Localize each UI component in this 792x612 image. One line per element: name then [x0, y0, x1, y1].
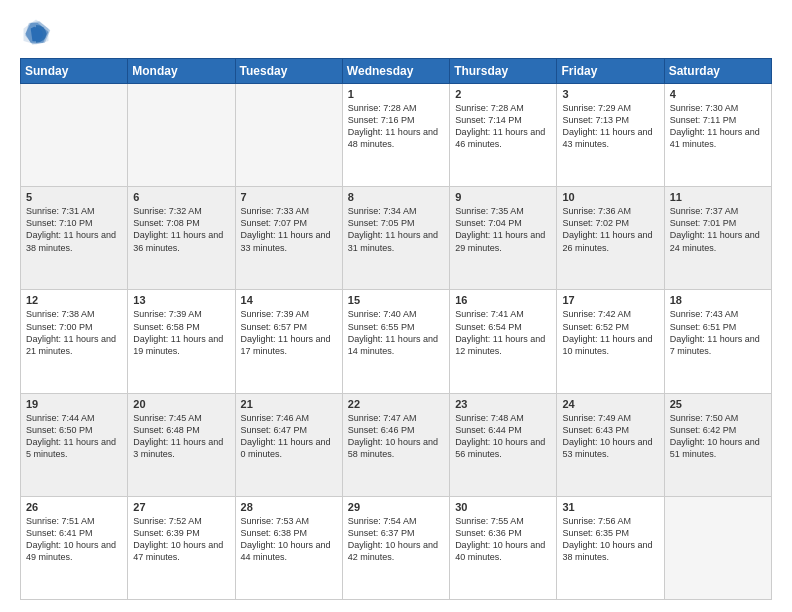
cell-content: Sunrise: 7:53 AMSunset: 6:38 PMDaylight:… [241, 515, 337, 564]
cell-content: Sunrise: 7:51 AMSunset: 6:41 PMDaylight:… [26, 515, 122, 564]
day-number: 10 [562, 191, 658, 203]
cell-content: Sunrise: 7:29 AMSunset: 7:13 PMDaylight:… [562, 102, 658, 151]
day-number: 11 [670, 191, 766, 203]
calendar-cell: 6Sunrise: 7:32 AMSunset: 7:08 PMDaylight… [128, 187, 235, 290]
calendar-cell: 27Sunrise: 7:52 AMSunset: 6:39 PMDayligh… [128, 496, 235, 599]
page: SundayMondayTuesdayWednesdayThursdayFrid… [0, 0, 792, 612]
day-number: 9 [455, 191, 551, 203]
calendar-header-row: SundayMondayTuesdayWednesdayThursdayFrid… [21, 59, 772, 84]
day-number: 21 [241, 398, 337, 410]
cell-content: Sunrise: 7:34 AMSunset: 7:05 PMDaylight:… [348, 205, 444, 254]
day-number: 19 [26, 398, 122, 410]
calendar-cell: 23Sunrise: 7:48 AMSunset: 6:44 PMDayligh… [450, 393, 557, 496]
calendar-cell: 1Sunrise: 7:28 AMSunset: 7:16 PMDaylight… [342, 84, 449, 187]
day-number: 16 [455, 294, 551, 306]
cell-content: Sunrise: 7:28 AMSunset: 7:16 PMDaylight:… [348, 102, 444, 151]
calendar-cell: 31Sunrise: 7:56 AMSunset: 6:35 PMDayligh… [557, 496, 664, 599]
calendar-cell: 22Sunrise: 7:47 AMSunset: 6:46 PMDayligh… [342, 393, 449, 496]
calendar-cell: 8Sunrise: 7:34 AMSunset: 7:05 PMDaylight… [342, 187, 449, 290]
day-number: 13 [133, 294, 229, 306]
cell-content: Sunrise: 7:28 AMSunset: 7:14 PMDaylight:… [455, 102, 551, 151]
calendar-cell: 2Sunrise: 7:28 AMSunset: 7:14 PMDaylight… [450, 84, 557, 187]
calendar-cell: 12Sunrise: 7:38 AMSunset: 7:00 PMDayligh… [21, 290, 128, 393]
cell-content: Sunrise: 7:48 AMSunset: 6:44 PMDaylight:… [455, 412, 551, 461]
calendar-cell: 11Sunrise: 7:37 AMSunset: 7:01 PMDayligh… [664, 187, 771, 290]
cell-content: Sunrise: 7:43 AMSunset: 6:51 PMDaylight:… [670, 308, 766, 357]
calendar-cell [128, 84, 235, 187]
calendar-cell: 21Sunrise: 7:46 AMSunset: 6:47 PMDayligh… [235, 393, 342, 496]
cell-content: Sunrise: 7:46 AMSunset: 6:47 PMDaylight:… [241, 412, 337, 461]
calendar-cell: 19Sunrise: 7:44 AMSunset: 6:50 PMDayligh… [21, 393, 128, 496]
cell-content: Sunrise: 7:49 AMSunset: 6:43 PMDaylight:… [562, 412, 658, 461]
day-number: 23 [455, 398, 551, 410]
cell-content: Sunrise: 7:52 AMSunset: 6:39 PMDaylight:… [133, 515, 229, 564]
day-header-friday: Friday [557, 59, 664, 84]
day-number: 26 [26, 501, 122, 513]
day-number: 20 [133, 398, 229, 410]
calendar-week-row: 12Sunrise: 7:38 AMSunset: 7:00 PMDayligh… [21, 290, 772, 393]
calendar-week-row: 26Sunrise: 7:51 AMSunset: 6:41 PMDayligh… [21, 496, 772, 599]
calendar-cell: 7Sunrise: 7:33 AMSunset: 7:07 PMDaylight… [235, 187, 342, 290]
day-number: 18 [670, 294, 766, 306]
calendar-cell: 5Sunrise: 7:31 AMSunset: 7:10 PMDaylight… [21, 187, 128, 290]
cell-content: Sunrise: 7:50 AMSunset: 6:42 PMDaylight:… [670, 412, 766, 461]
cell-content: Sunrise: 7:47 AMSunset: 6:46 PMDaylight:… [348, 412, 444, 461]
day-number: 8 [348, 191, 444, 203]
day-header-thursday: Thursday [450, 59, 557, 84]
day-number: 3 [562, 88, 658, 100]
day-number: 17 [562, 294, 658, 306]
day-number: 7 [241, 191, 337, 203]
cell-content: Sunrise: 7:40 AMSunset: 6:55 PMDaylight:… [348, 308, 444, 357]
calendar-cell: 14Sunrise: 7:39 AMSunset: 6:57 PMDayligh… [235, 290, 342, 393]
cell-content: Sunrise: 7:54 AMSunset: 6:37 PMDaylight:… [348, 515, 444, 564]
calendar-cell: 15Sunrise: 7:40 AMSunset: 6:55 PMDayligh… [342, 290, 449, 393]
calendar-table: SundayMondayTuesdayWednesdayThursdayFrid… [20, 58, 772, 600]
calendar-cell: 17Sunrise: 7:42 AMSunset: 6:52 PMDayligh… [557, 290, 664, 393]
cell-content: Sunrise: 7:33 AMSunset: 7:07 PMDaylight:… [241, 205, 337, 254]
day-number: 2 [455, 88, 551, 100]
cell-content: Sunrise: 7:39 AMSunset: 6:57 PMDaylight:… [241, 308, 337, 357]
day-number: 1 [348, 88, 444, 100]
calendar-cell [664, 496, 771, 599]
calendar-cell: 10Sunrise: 7:36 AMSunset: 7:02 PMDayligh… [557, 187, 664, 290]
cell-content: Sunrise: 7:37 AMSunset: 7:01 PMDaylight:… [670, 205, 766, 254]
calendar-cell: 24Sunrise: 7:49 AMSunset: 6:43 PMDayligh… [557, 393, 664, 496]
calendar-week-row: 19Sunrise: 7:44 AMSunset: 6:50 PMDayligh… [21, 393, 772, 496]
day-number: 28 [241, 501, 337, 513]
day-header-wednesday: Wednesday [342, 59, 449, 84]
day-number: 5 [26, 191, 122, 203]
day-number: 22 [348, 398, 444, 410]
calendar-cell: 16Sunrise: 7:41 AMSunset: 6:54 PMDayligh… [450, 290, 557, 393]
cell-content: Sunrise: 7:41 AMSunset: 6:54 PMDaylight:… [455, 308, 551, 357]
calendar-cell [235, 84, 342, 187]
day-number: 24 [562, 398, 658, 410]
day-number: 6 [133, 191, 229, 203]
day-number: 12 [26, 294, 122, 306]
calendar-cell: 25Sunrise: 7:50 AMSunset: 6:42 PMDayligh… [664, 393, 771, 496]
calendar-cell: 18Sunrise: 7:43 AMSunset: 6:51 PMDayligh… [664, 290, 771, 393]
calendar-cell: 9Sunrise: 7:35 AMSunset: 7:04 PMDaylight… [450, 187, 557, 290]
header [20, 16, 772, 48]
day-number: 29 [348, 501, 444, 513]
calendar-cell: 29Sunrise: 7:54 AMSunset: 6:37 PMDayligh… [342, 496, 449, 599]
day-header-saturday: Saturday [664, 59, 771, 84]
cell-content: Sunrise: 7:39 AMSunset: 6:58 PMDaylight:… [133, 308, 229, 357]
cell-content: Sunrise: 7:35 AMSunset: 7:04 PMDaylight:… [455, 205, 551, 254]
day-header-monday: Monday [128, 59, 235, 84]
calendar-cell: 26Sunrise: 7:51 AMSunset: 6:41 PMDayligh… [21, 496, 128, 599]
cell-content: Sunrise: 7:42 AMSunset: 6:52 PMDaylight:… [562, 308, 658, 357]
day-number: 30 [455, 501, 551, 513]
calendar-cell: 20Sunrise: 7:45 AMSunset: 6:48 PMDayligh… [128, 393, 235, 496]
calendar-week-row: 1Sunrise: 7:28 AMSunset: 7:16 PMDaylight… [21, 84, 772, 187]
cell-content: Sunrise: 7:31 AMSunset: 7:10 PMDaylight:… [26, 205, 122, 254]
calendar-week-row: 5Sunrise: 7:31 AMSunset: 7:10 PMDaylight… [21, 187, 772, 290]
logo-icon [20, 16, 52, 48]
logo [20, 16, 56, 48]
day-number: 15 [348, 294, 444, 306]
calendar-cell: 28Sunrise: 7:53 AMSunset: 6:38 PMDayligh… [235, 496, 342, 599]
calendar-cell: 30Sunrise: 7:55 AMSunset: 6:36 PMDayligh… [450, 496, 557, 599]
calendar-cell: 4Sunrise: 7:30 AMSunset: 7:11 PMDaylight… [664, 84, 771, 187]
day-number: 31 [562, 501, 658, 513]
day-number: 4 [670, 88, 766, 100]
day-header-tuesday: Tuesday [235, 59, 342, 84]
